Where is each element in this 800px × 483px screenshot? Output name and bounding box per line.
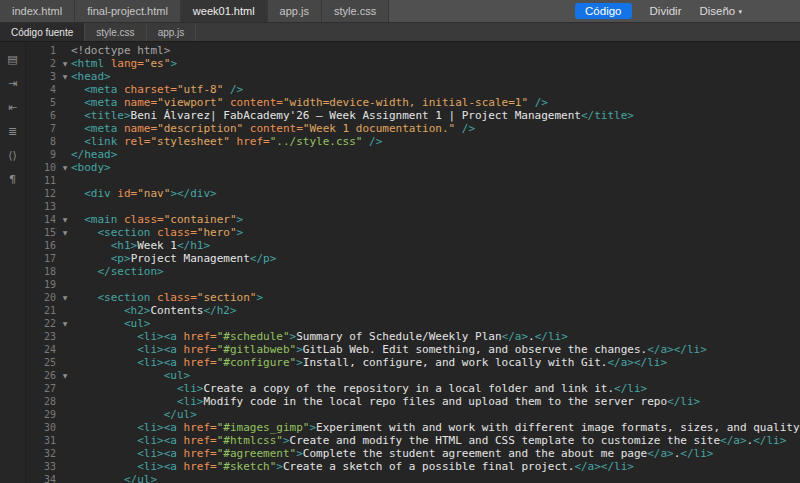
document-tab-bar: index.htmlfinal-project.htmlweek01.htmla… (0, 0, 800, 23)
related-file-tab[interactable]: Código fuente (0, 23, 85, 41)
code-line[interactable]: 23 <li><a href="#schedule">Summary of Sc… (26, 330, 800, 343)
code-text: <main class="container"> (71, 213, 243, 226)
fold-arrow-icon[interactable]: ▼ (59, 317, 71, 330)
code-line[interactable]: 13 (26, 200, 800, 213)
line-number: 22 (26, 317, 59, 330)
line-number: 30 (26, 421, 59, 434)
code-line[interactable]: 5 <meta name="viewport" content="width=d… (26, 96, 800, 109)
fold-spacer (59, 356, 71, 369)
format-source-icon[interactable]: ¶ (9, 174, 16, 185)
code-line[interactable]: 30 <li><a href="#images_gimp">Experiment… (26, 421, 800, 434)
line-number: 20 (26, 291, 59, 304)
expand-all-icon[interactable]: ≣ (8, 126, 17, 137)
code-text: <!doctype html> (71, 44, 170, 57)
code-line[interactable]: 9</head> (26, 148, 800, 161)
view-design-button[interactable]: Diseño ▾ (699, 5, 742, 17)
line-number: 1 (26, 44, 59, 57)
code-text: <li><a href="#htmlcss">Create and modify… (71, 434, 786, 447)
code-line[interactable]: 7 <meta name="description" content="Week… (26, 122, 800, 135)
line-number: 17 (26, 252, 59, 265)
fold-arrow-icon[interactable]: ▼ (59, 291, 71, 304)
code-line[interactable]: 34 </ul> (26, 473, 800, 483)
code-text: <ul> (71, 369, 190, 382)
code-editor[interactable]: 1<!doctype html>2▼<html lang="es">3▼<hea… (26, 42, 800, 483)
fold-spacer (59, 148, 71, 161)
editor-main: ▤⇥⇤≣⟨⟩¶ 1<!doctype html>2▼<html lang="es… (0, 42, 800, 483)
code-line[interactable]: 15▼ <section class="hero"> (26, 226, 800, 239)
fold-arrow-icon[interactable]: ▼ (59, 369, 71, 382)
code-line[interactable]: 17 <p>Project Management</p> (26, 252, 800, 265)
fold-spacer (59, 252, 71, 265)
line-number: 13 (26, 200, 59, 213)
collapse-full-tag-icon[interactable]: ⇥ (8, 78, 17, 89)
related-file-tab[interactable]: app.js (147, 23, 197, 41)
code-line[interactable]: 25 <li><a href="#configure">Install, con… (26, 356, 800, 369)
fold-spacer (59, 239, 71, 252)
code-line[interactable]: 19 (26, 278, 800, 291)
line-number: 31 (26, 434, 59, 447)
code-line[interactable]: 22▼ <ul> (26, 317, 800, 330)
code-line[interactable]: 8 <link rel="stylesheet" href="../style.… (26, 135, 800, 148)
code-line[interactable]: 1<!doctype html> (26, 44, 800, 57)
code-line[interactable]: 14▼ <main class="container"> (26, 213, 800, 226)
line-number: 33 (26, 460, 59, 473)
code-line[interactable]: 3▼<head> (26, 70, 800, 83)
line-number: 6 (26, 109, 59, 122)
related-files-bar: Código fuentestyle.cssapp.js (0, 23, 800, 42)
related-file-tab[interactable]: style.css (85, 23, 146, 41)
code-line[interactable]: 26▼ <ul> (26, 369, 800, 382)
fold-spacer (59, 304, 71, 317)
view-code-button[interactable]: Código (575, 3, 631, 19)
fold-arrow-icon[interactable]: ▼ (59, 213, 71, 226)
fold-spacer (59, 200, 71, 213)
fold-arrow-icon[interactable]: ▼ (59, 57, 71, 70)
fold-arrow-icon[interactable]: ▼ (59, 226, 71, 239)
code-line[interactable]: 33 <li><a href="#sketch">Create a sketch… (26, 460, 800, 473)
coding-toolbar: ▤⇥⇤≣⟨⟩¶ (0, 42, 26, 483)
code-line[interactable]: 4 <meta charset="utf-8" /> (26, 83, 800, 96)
code-line[interactable]: 27 <li>Create a copy of the repository i… (26, 382, 800, 395)
code-text: <li>Create a copy of the repository in a… (71, 382, 647, 395)
code-text: <title>Beni Álvarez| FabAcademy'26 – Wee… (71, 109, 634, 122)
code-text: <meta charset="utf-8" /> (71, 83, 243, 96)
document-tab[interactable]: app.js (268, 0, 322, 22)
code-line[interactable]: 21 <h2>Contents</h2> (26, 304, 800, 317)
view-split-button[interactable]: Dividir (650, 5, 682, 17)
line-number: 25 (26, 356, 59, 369)
document-tab[interactable]: index.html (0, 0, 75, 22)
document-tab[interactable]: style.css (322, 0, 389, 22)
fold-spacer (59, 187, 71, 200)
line-number: 24 (26, 343, 59, 356)
line-number: 2 (26, 57, 59, 70)
code-text: <html lang="es"> (71, 57, 177, 70)
code-line[interactable]: 31 <li><a href="#htmlcss">Create and mod… (26, 434, 800, 447)
code-line[interactable]: 2▼<html lang="es"> (26, 57, 800, 70)
collapse-selection-icon[interactable]: ⇤ (8, 102, 17, 113)
line-number: 15 (26, 226, 59, 239)
code-line[interactable]: 28 <li>Modify code in the local repo fil… (26, 395, 800, 408)
fold-arrow-icon[interactable]: ▼ (59, 70, 71, 83)
fold-arrow-icon[interactable]: ▼ (59, 161, 71, 174)
view-design-label: Diseño (699, 5, 735, 17)
code-line[interactable]: 18 </section> (26, 265, 800, 278)
fold-spacer (59, 278, 71, 291)
line-number: 23 (26, 330, 59, 343)
code-line[interactable]: 10▼<body> (26, 161, 800, 174)
line-number: 11 (26, 174, 59, 187)
code-line[interactable]: 29 </ul> (26, 408, 800, 421)
line-number: 19 (26, 278, 59, 291)
open-documents-icon[interactable]: ▤ (7, 54, 17, 65)
code-text: </head> (71, 148, 117, 161)
select-parent-tag-icon[interactable]: ⟨⟩ (8, 150, 17, 161)
code-line[interactable]: 20▼ <section class="section"> (26, 291, 800, 304)
code-line[interactable]: 6 <title>Beni Álvarez| FabAcademy'26 – W… (26, 109, 800, 122)
code-line[interactable]: 12 <div id="nav"></div> (26, 187, 800, 200)
code-line[interactable]: 16 <h1>Week 1</h1> (26, 239, 800, 252)
code-line[interactable]: 11 (26, 174, 800, 187)
code-line[interactable]: 24 <li><a href="#gitlabweb">GitLab Web. … (26, 343, 800, 356)
line-number: 10 (26, 161, 59, 174)
code-line[interactable]: 32 <li><a href="#agreement">Complete the… (26, 447, 800, 460)
code-text: <section class="hero"> (71, 226, 243, 239)
document-tab[interactable]: week01.html (181, 0, 268, 22)
document-tab[interactable]: final-project.html (75, 0, 181, 22)
